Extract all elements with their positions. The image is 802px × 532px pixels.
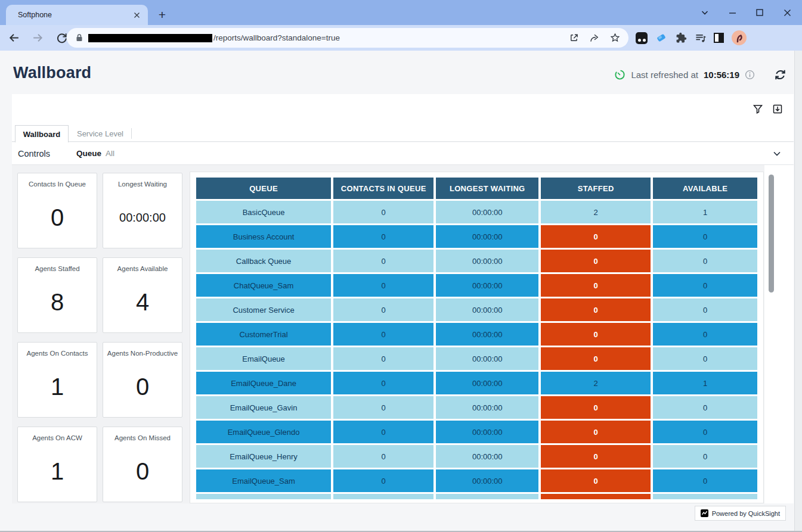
cell-staffed: 0 — [541, 494, 651, 499]
tab-title: Softphone — [18, 11, 131, 19]
table-row: BasicQueue000:00:0021 — [196, 201, 757, 223]
contrast-extension-icon[interactable] — [714, 33, 724, 43]
kpi-label: Contacts In Queue — [18, 181, 97, 188]
kpi-label: Agents Staffed — [18, 265, 97, 272]
forward-icon[interactable] — [30, 30, 45, 46]
browser-tab[interactable]: Softphone — [6, 5, 148, 25]
kpi-value: 0 — [136, 458, 149, 485]
new-tab-icon[interactable]: + — [154, 7, 171, 23]
cell-longest-waiting: 00:00:00 — [436, 201, 538, 223]
queue-filter-label: Queue — [76, 149, 101, 158]
sheet-scrollbar-track[interactable] — [764, 165, 794, 503]
dashboard-toolbar — [12, 94, 794, 125]
powered-by-quicksight-badge[interactable]: Powered by QuickSight — [695, 506, 786, 521]
sheet-scrollbar-thumb[interactable] — [769, 175, 774, 293]
cell-contacts-in-queue: 0 — [333, 469, 433, 492]
cell-staffed: 0 — [541, 469, 651, 492]
cell-staffed: 0 — [541, 298, 651, 321]
tab-close-icon[interactable] — [131, 10, 142, 20]
cell-contacts-in-queue: 0 — [333, 372, 433, 394]
kpi-card: Agents Non-Productive0 — [103, 342, 182, 418]
column-header-queue[interactable]: QUEUE — [196, 178, 331, 199]
extension-tool-icon[interactable] — [655, 32, 668, 44]
cell-contacts-in-queue: 0 — [333, 201, 433, 223]
cell-contacts-in-queue: 0 — [333, 323, 433, 346]
kpi-card: Agents Available4 — [103, 257, 182, 333]
cell-contacts-in-queue: 0 — [333, 421, 433, 443]
lock-icon[interactable] — [75, 33, 83, 42]
tab-service-level[interactable]: Service Level — [73, 125, 127, 142]
cell-staffed: 0 — [541, 421, 651, 443]
column-header-contacts-in-queue[interactable]: CONTACTS IN QUEUE — [333, 178, 433, 199]
kpi-label: Longest Waiting — [103, 181, 182, 188]
url-bar[interactable]: /reports/wallboard?standalone=true — [67, 28, 628, 48]
cell-contacts-in-queue: 0 — [333, 225, 433, 248]
cell-staffed: 0 — [541, 445, 651, 468]
cell-queue: Customer Service — [196, 298, 331, 321]
cell-contacts-in-queue: 0 — [333, 250, 433, 272]
last-refreshed-time: 10:56:19 — [704, 70, 739, 80]
back-icon[interactable] — [6, 30, 21, 46]
bookmark-star-icon[interactable] — [610, 33, 620, 43]
extensions-puzzle-icon[interactable] — [676, 32, 687, 43]
cell-staffed: 0 — [541, 225, 651, 248]
kpi-value: 8 — [51, 289, 64, 316]
page-title: Wallboard — [13, 64, 91, 82]
powered-by-label: Powered by QuickSight — [712, 510, 780, 517]
cell-queue: ChatQueue_Sam — [196, 274, 331, 297]
column-header-longest-waiting[interactable]: LONGEST WAITING — [436, 178, 538, 199]
cell-staffed: 2 — [541, 372, 651, 394]
controls-chevron-down-icon[interactable] — [771, 148, 783, 160]
kpi-label: Agents Available — [103, 265, 182, 272]
filter-icon[interactable] — [753, 104, 763, 114]
tab-wallboard[interactable]: Wallboard — [15, 125, 69, 142]
maximize-icon[interactable] — [746, 0, 773, 25]
table-row: Customer Service000:00:0000 — [196, 298, 757, 321]
kpi-value: 00:00:00 — [119, 211, 166, 225]
cell-contacts-in-queue: 0 — [333, 396, 433, 419]
cell-queue: BasicQueue — [196, 201, 331, 223]
info-icon[interactable] — [745, 70, 755, 80]
table-row: EmailQueue000:00:0000 — [196, 347, 757, 370]
share-icon[interactable] — [589, 33, 600, 43]
cell-available: 0 — [653, 347, 757, 370]
quicksight-logo-icon — [701, 509, 708, 517]
cell-queue: EmailQueue — [196, 347, 331, 370]
timer-icon — [614, 69, 626, 80]
cell-available: 1 — [653, 372, 757, 394]
cell-longest-waiting: 00:00:00 — [436, 421, 538, 443]
cell-available: 0 — [653, 323, 757, 346]
close-icon[interactable] — [773, 0, 801, 25]
media-queue-icon[interactable] — [695, 33, 706, 43]
cell-longest-waiting: 00:00:00 — [436, 396, 538, 419]
cell-queue: EmailQueue_Glendo — [196, 421, 331, 443]
cell-longest-waiting: 00:00:00 — [436, 298, 538, 321]
queue-table: QUEUE CONTACTS IN QUEUE LONGEST WAITING … — [194, 176, 760, 499]
cell-queue: EmailQueue_Sam — [196, 469, 331, 492]
table-row: ChatQueue_Sam000:00:0000 — [196, 274, 757, 297]
refresh-button[interactable] — [772, 67, 788, 82]
tab-search-chevron-icon[interactable] — [691, 0, 719, 25]
queue-table-panel: QUEUE CONTACTS IN QUEUE LONGEST WAITING … — [190, 172, 764, 503]
export-icon[interactable] — [772, 104, 783, 114]
minimize-icon[interactable] — [719, 0, 746, 25]
cell-staffed: 0 — [541, 250, 651, 272]
cell-queue: EmailQueue_Henry — [196, 445, 331, 468]
cell-longest-waiting: 00:00:00 — [436, 469, 538, 492]
open-in-new-icon[interactable] — [569, 33, 579, 43]
kpi-value: 4 — [136, 289, 149, 316]
table-row: CustomerTrial000:00:0000 — [196, 323, 757, 346]
controls-title: Controls — [18, 149, 72, 158]
profile-avatar[interactable] — [732, 30, 747, 45]
cell-staffed: 0 — [541, 347, 651, 370]
table-row: Business Account000:00:0000 — [196, 225, 757, 248]
cell-queue: EmailQueue_T… — [196, 494, 331, 499]
queue-table-scroll: QUEUE CONTACTS IN QUEUE LONGEST WAITING … — [194, 176, 760, 499]
column-header-staffed[interactable]: STAFFED — [541, 178, 651, 199]
queue-filter-value[interactable]: All — [106, 149, 114, 158]
extension-app-icon[interactable] — [636, 32, 648, 44]
dashboard-canvas: Contacts In Queue0Longest Waiting00:00:0… — [12, 165, 794, 503]
browser-titlebar: Softphone + — [0, 0, 802, 25]
page-scrollbar-strip[interactable] — [794, 51, 802, 532]
column-header-available[interactable]: AVAILABLE — [653, 178, 757, 199]
